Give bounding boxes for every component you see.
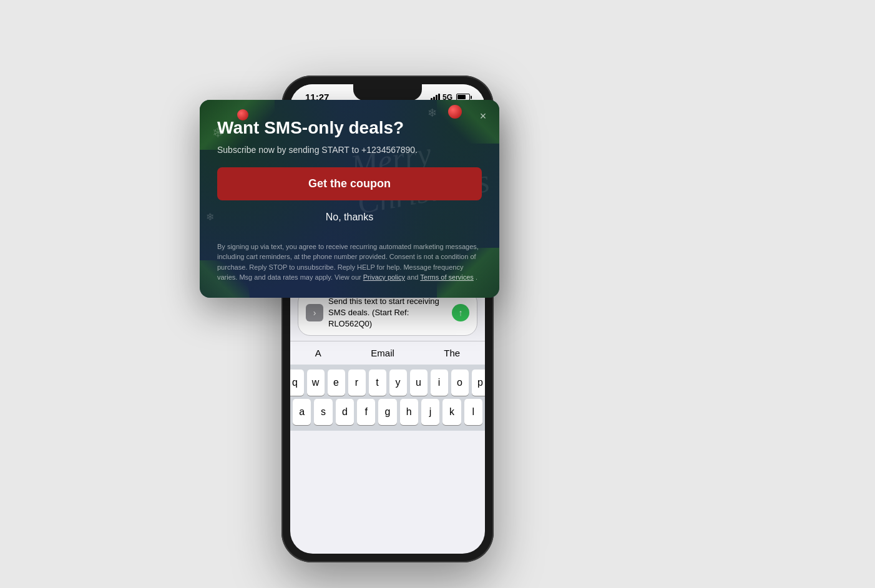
key-o[interactable]: o [451, 370, 469, 396]
key-i[interactable]: i [431, 370, 448, 396]
privacy-policy-link[interactable]: Privacy policy [363, 273, 405, 281]
key-k[interactable]: k [442, 399, 461, 425]
key-f[interactable]: f [357, 399, 375, 425]
popup-background: MerryChristmas ❄ ❄ ❄ × Want SMS-only dea… [200, 100, 499, 298]
key-y[interactable]: y [389, 370, 407, 396]
key-l[interactable]: l [464, 399, 482, 425]
popup-disclaimer: By signing up via text, you agree to rec… [217, 242, 482, 283]
get-coupon-button[interactable]: Get the coupon [217, 167, 482, 200]
key-p[interactable]: p [472, 370, 486, 396]
no-thanks-button[interactable]: No, thanks [217, 203, 482, 232]
expand-button[interactable]: › [306, 304, 323, 321]
close-button[interactable]: × [476, 109, 491, 124]
phone-notch [353, 84, 422, 100]
popup-title: Want SMS-only deals? [217, 117, 482, 139]
key-h[interactable]: h [400, 399, 418, 425]
sms-popup: MerryChristmas ❄ ❄ ❄ × Want SMS-only dea… [200, 100, 499, 298]
disclaimer-end: . [476, 273, 477, 281]
key-t[interactable]: t [369, 370, 386, 396]
autocomplete-row: A Email The [290, 341, 485, 365]
popup-subtitle: Subscribe now by sending START to +12345… [217, 145, 482, 155]
key-g[interactable]: g [378, 399, 396, 425]
key-a[interactable]: a [293, 399, 311, 425]
key-u[interactable]: u [410, 370, 428, 396]
key-d[interactable]: d [336, 399, 354, 425]
key-e[interactable]: e [328, 370, 345, 396]
keyboard-row-2: a s d f g h j k l [293, 399, 482, 425]
key-r[interactable]: r [348, 370, 366, 396]
snowflake-icon-3: ❄ [206, 211, 214, 223]
key-q[interactable]: q [290, 370, 304, 396]
autocomplete-word-2[interactable]: Email [363, 345, 402, 361]
autocomplete-word-1[interactable]: A [308, 345, 329, 361]
terms-of-service-link[interactable]: Terms of services [420, 273, 474, 281]
disclaimer-and: and [407, 273, 420, 281]
key-s[interactable]: s [314, 399, 332, 425]
key-j[interactable]: j [421, 399, 439, 425]
message-input[interactable]: Send this text to start receiving SMS de… [328, 296, 447, 330]
ornament-red-2 [448, 105, 462, 119]
autocomplete-word-3[interactable]: The [436, 345, 467, 361]
keyboard[interactable]: q w e r t y u i o p a s d f g h [290, 365, 485, 431]
key-w[interactable]: w [307, 370, 325, 396]
send-button[interactable]: ↑ [452, 304, 469, 321]
keyboard-row-1: q w e r t y u i o p [293, 370, 482, 396]
